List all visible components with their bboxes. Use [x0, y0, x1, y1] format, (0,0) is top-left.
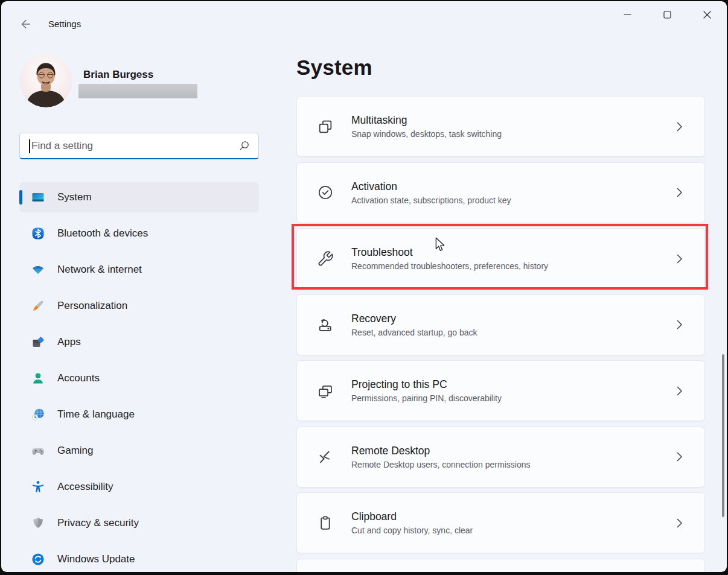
row-title: Projecting to this PC	[351, 378, 502, 391]
sidebar-item-network-internet[interactable]: Network & internet	[19, 255, 259, 285]
back-arrow-icon	[19, 17, 32, 31]
redacted-email-bar	[78, 84, 197, 98]
recovery-icon	[317, 316, 334, 333]
sidebar-item-bluetooth-devices[interactable]: Bluetooth & devices	[19, 218, 259, 249]
sidebar-item-label: Accessibility	[57, 481, 113, 493]
sidebar-item-label: Personalization	[57, 300, 127, 312]
windows-update-icon	[31, 552, 45, 567]
sidebar-nav: System Bluetooth & devices Network & int…	[19, 182, 259, 572]
bluetooth-icon	[31, 226, 45, 241]
close-icon	[703, 10, 712, 19]
row-subtitle: Reset, advanced startup, go back	[351, 328, 477, 337]
sidebar-item-accessibility[interactable]: Accessibility	[19, 472, 259, 502]
sidebar-item-personalization[interactable]: Personalization	[19, 291, 259, 321]
activation-icon	[317, 184, 334, 201]
row-subtitle: Remote Desktop users, connection permiss…	[351, 460, 530, 469]
sidebar-item-label: Apps	[57, 336, 81, 348]
list-item-projecting[interactable]: Projecting to this PCPermissions, pairin…	[296, 360, 705, 421]
sidebar-item-label: Privacy & security	[57, 517, 139, 529]
projecting-icon	[317, 383, 334, 399]
page-title: System	[296, 56, 372, 80]
chevron-right-icon	[677, 386, 683, 396]
search-box	[19, 133, 259, 159]
row-title: Recovery	[351, 313, 477, 325]
list-item-multitasking[interactable]: MultitaskingSnap windows, desktops, task…	[296, 96, 705, 157]
chevron-right-icon	[677, 320, 683, 329]
sidebar-item-privacy-security[interactable]: Privacy & security	[19, 508, 259, 538]
row-title: Troubleshoot	[351, 246, 548, 259]
list-item-activation[interactable]: ActivationActivation state, subscription…	[296, 162, 705, 223]
chevron-right-icon	[677, 188, 683, 197]
list-item-clipboard[interactable]: ClipboardCut and copy history, sync, cle…	[296, 492, 705, 553]
sidebar-item-label: Network & internet	[57, 264, 142, 276]
clipboard-icon	[317, 515, 334, 532]
sidebar-item-label: Time & language	[57, 408, 135, 421]
window-controls	[607, 1, 727, 28]
personalization-icon	[31, 299, 45, 313]
row-title: Remote Desktop	[351, 445, 530, 457]
row-title: Activation	[351, 180, 511, 193]
gaming-icon	[31, 443, 45, 458]
network-icon	[31, 262, 45, 277]
scrollbar-thumb[interactable]	[722, 354, 724, 517]
sidebar-item-label: Windows Update	[57, 553, 135, 565]
row-subtitle: Permissions, pairing PIN, discoverabilit…	[351, 393, 502, 403]
system-icon	[31, 190, 45, 205]
sidebar-item-time-language[interactable]: Time & language	[19, 399, 259, 430]
settings-window: Settings	[1, 1, 727, 572]
user-name: Brian Burgess	[83, 69, 153, 81]
sidebar-item-label: Gaming	[57, 445, 94, 457]
list-item-partial[interactable]	[296, 559, 705, 573]
sidebar-item-windows-update[interactable]: Windows Update	[19, 544, 259, 572]
minimize-icon	[623, 10, 632, 19]
minimize-button[interactable]	[607, 1, 647, 28]
chevron-right-icon	[677, 518, 683, 528]
multitasking-icon	[317, 118, 334, 135]
row-title: Clipboard	[351, 510, 473, 523]
row-subtitle: Cut and copy history, sync, clear	[351, 526, 473, 535]
sidebar-item-label: Bluetooth & devices	[57, 227, 148, 240]
row-title: Multitasking	[351, 114, 502, 127]
list-item-remote-desktop[interactable]: Remote DesktopRemote Desktop users, conn…	[296, 427, 705, 488]
list-item-recovery[interactable]: RecoveryReset, advanced startup, go back	[296, 294, 705, 355]
list-item-troubleshoot[interactable]: TroubleshootRecommended troubleshooters,…	[296, 228, 705, 289]
row-subtitle: Snap windows, desktops, task switching	[351, 129, 502, 139]
back-button[interactable]	[17, 16, 34, 33]
sidebar-item-gaming[interactable]: Gaming	[19, 436, 259, 466]
accounts-icon	[31, 371, 45, 386]
window-title: Settings	[48, 19, 81, 29]
sidebar-item-label: System	[57, 191, 92, 203]
troubleshoot-icon	[317, 250, 334, 267]
close-button[interactable]	[687, 1, 727, 28]
accessibility-icon	[31, 480, 45, 494]
chevron-right-icon	[677, 452, 683, 462]
row-subtitle: Activation state, subscriptions, product…	[351, 195, 511, 205]
privacy-security-icon	[31, 516, 45, 530]
text-caret	[29, 139, 30, 153]
selected-indicator	[19, 190, 22, 205]
remote-desktop-icon	[317, 448, 334, 465]
search-icon[interactable]	[238, 140, 250, 151]
maximize-button[interactable]	[647, 1, 687, 28]
row-subtitle: Recommended troubleshooters, preferences…	[351, 261, 548, 271]
sidebar-item-apps[interactable]: Apps	[19, 327, 259, 357]
chevron-right-icon	[677, 254, 683, 264]
time-language-icon	[31, 407, 45, 422]
sidebar-item-accounts[interactable]: Accounts	[19, 363, 259, 393]
settings-list: MultitaskingSnap windows, desktops, task…	[296, 96, 705, 572]
search-input[interactable]	[20, 133, 238, 158]
maximize-icon	[663, 10, 672, 19]
sidebar-item-label: Accounts	[57, 372, 100, 384]
chevron-right-icon	[677, 122, 683, 132]
sidebar-item-system[interactable]: System	[19, 182, 259, 212]
apps-icon	[31, 335, 45, 349]
avatar	[19, 54, 72, 107]
